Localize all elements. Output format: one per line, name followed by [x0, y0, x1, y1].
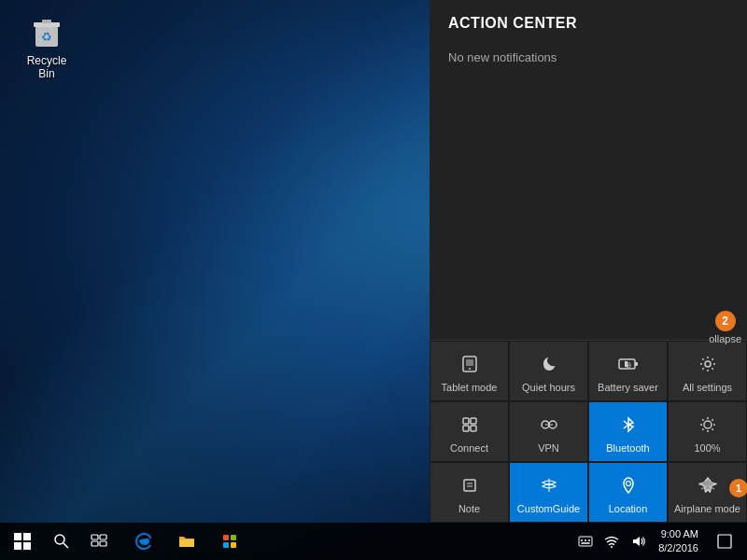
location-button[interactable]: Location: [588, 462, 668, 523]
connect-label: Connect: [450, 442, 488, 454]
all-settings-button[interactable]: All settings: [668, 341, 747, 401]
file-explorer-button[interactable]: [166, 523, 207, 560]
notification-icon: [717, 534, 732, 549]
svg-rect-39: [223, 542, 229, 548]
vpn-icon: [539, 415, 559, 437]
svg-point-5: [469, 368, 471, 370]
collapse-badge: 2: [715, 311, 736, 331]
vpn-button[interactable]: VPN: [509, 401, 588, 462]
svg-rect-37: [223, 535, 229, 540]
notification-center-button[interactable]: [708, 523, 741, 560]
svg-rect-8: [635, 362, 638, 366]
taskbar-pinned: [120, 523, 254, 560]
svg-rect-2: [42, 20, 51, 23]
collapse-label-text: ollapse: [709, 333, 741, 344]
battery-saver-button[interactable]: ⊕ Battery saver: [588, 341, 668, 401]
svg-point-46: [611, 546, 613, 548]
cortana-button[interactable]: [45, 523, 78, 560]
svg-rect-29: [23, 542, 31, 550]
quiet-hours-label: Quiet hours: [522, 382, 575, 393]
airplane-mode-badge: 1: [729, 479, 747, 497]
svg-rect-21: [464, 480, 475, 491]
windows-logo-icon: [14, 533, 31, 550]
start-button[interactable]: [0, 523, 45, 560]
svg-rect-36: [179, 539, 194, 547]
tablet-mode-button[interactable]: Tablet mode: [430, 341, 509, 401]
svg-point-25: [626, 482, 630, 486]
bluetooth-icon: [619, 415, 638, 437]
keyboard-layout-icon: [578, 534, 593, 549]
note-icon: [460, 476, 479, 497]
brightness-label: 100%: [694, 442, 720, 454]
custom-guide-button[interactable]: CustomGuide: [509, 462, 588, 523]
note-label: Note: [458, 503, 480, 514]
recycle-bin[interactable]: ♻ Recycle Bin: [14, 9, 79, 84]
svg-rect-15: [463, 426, 469, 431]
volume-icon[interactable]: [627, 523, 649, 560]
file-explorer-icon: [177, 532, 196, 551]
store-icon: [220, 532, 239, 551]
svg-rect-47: [718, 535, 731, 548]
collapse-button[interactable]: 2 ollapse: [709, 311, 741, 344]
battery-saver-label: Battery saver: [598, 382, 658, 393]
tablet-mode-icon: [460, 355, 479, 376]
recycle-bin-label: Recycle Bin: [18, 54, 76, 80]
store-button[interactable]: [209, 523, 250, 560]
action-center-title: ACTION CENTER: [430, 0, 747, 41]
clock[interactable]: 9:00 AM 8/2/2016: [653, 527, 704, 556]
quiet-hours-button[interactable]: Quiet hours: [509, 341, 588, 401]
vpn-label: VPN: [538, 442, 559, 454]
network-icon[interactable]: [600, 523, 623, 560]
system-tray: 9:00 AM 8/2/2016: [574, 523, 747, 560]
svg-rect-40: [231, 542, 236, 548]
recycle-bin-icon: ♻: [28, 13, 65, 50]
bluetooth-label: Bluetooth: [606, 442, 649, 454]
svg-rect-16: [471, 426, 476, 431]
svg-text:♻: ♻: [41, 30, 52, 44]
battery-saver-icon: ⊕: [618, 355, 639, 376]
airplane-mode-icon: [698, 476, 717, 497]
bluetooth-button[interactable]: Bluetooth: [588, 401, 668, 462]
airplane-mode-button[interactable]: 1 Airplane mode: [668, 462, 747, 523]
no-notifications-text: No new notifications: [430, 41, 747, 340]
taskbar: 9:00 AM 8/2/2016: [0, 523, 747, 560]
svg-point-20: [704, 421, 712, 428]
svg-rect-13: [463, 418, 469, 424]
custom-guide-label: CustomGuide: [517, 503, 580, 514]
svg-rect-26: [14, 533, 21, 540]
svg-rect-33: [100, 535, 106, 539]
svg-text:⊕: ⊕: [625, 360, 632, 370]
all-settings-icon: [698, 355, 717, 376]
quiet-hours-icon: [540, 355, 558, 376]
svg-rect-28: [14, 542, 21, 550]
svg-rect-6: [466, 359, 473, 366]
svg-rect-32: [92, 535, 98, 539]
tablet-mode-label: Tablet mode: [442, 382, 498, 393]
clock-time: 9:00 AM: [661, 527, 698, 541]
edge-icon: [134, 532, 153, 551]
search-icon: [53, 533, 70, 550]
brightness-button[interactable]: 100%: [668, 401, 747, 462]
speaker-icon: [630, 534, 645, 549]
wifi-icon: [604, 534, 619, 549]
svg-rect-14: [471, 418, 476, 424]
svg-rect-38: [231, 535, 236, 540]
note-button[interactable]: Note: [430, 462, 509, 523]
edge-button[interactable]: [123, 523, 164, 560]
connect-icon: [460, 415, 479, 437]
brightness-icon: [698, 415, 717, 437]
airplane-mode-label: Airplane mode: [674, 503, 740, 514]
connect-button[interactable]: Connect: [430, 401, 509, 462]
svg-line-31: [63, 543, 68, 548]
keyboard-icon[interactable]: [574, 523, 597, 560]
svg-point-12: [705, 361, 711, 367]
svg-rect-35: [100, 541, 106, 546]
svg-rect-27: [23, 533, 31, 540]
svg-point-30: [55, 535, 64, 544]
location-icon: [619, 476, 638, 497]
task-view-button[interactable]: [78, 523, 120, 560]
clock-date: 8/2/2016: [658, 541, 698, 555]
task-view-icon: [91, 533, 107, 550]
location-label: Location: [609, 503, 648, 514]
custom-guide-icon: [540, 476, 558, 497]
